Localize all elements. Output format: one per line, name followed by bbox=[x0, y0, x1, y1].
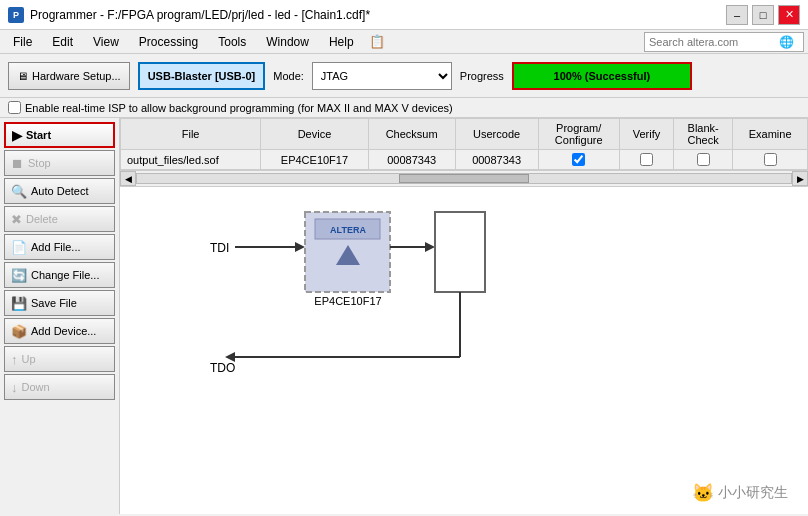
auto-detect-icon: 🔍 bbox=[11, 184, 27, 199]
isp-checkbox[interactable] bbox=[8, 101, 21, 114]
cell-examine bbox=[733, 150, 808, 170]
up-button[interactable]: ↑ Up bbox=[4, 346, 115, 372]
cell-program bbox=[538, 150, 619, 170]
right-panel: File Device Checksum Usercode Program/ C… bbox=[120, 118, 808, 514]
title-bar-left: P Programmer - F:/FPGA program/LED/prj/l… bbox=[8, 7, 370, 23]
watermark-text: 小小研究生 bbox=[718, 484, 788, 502]
col-header-blank-check: Blank- Check bbox=[674, 119, 733, 150]
auto-detect-button[interactable]: 🔍 Auto Detect bbox=[4, 178, 115, 204]
stop-icon: ⏹ bbox=[11, 156, 24, 171]
program-checkbox[interactable] bbox=[572, 153, 585, 166]
verify-checkbox[interactable] bbox=[640, 153, 653, 166]
cell-device: EP4CE10F17 bbox=[261, 150, 368, 170]
cell-blank-check bbox=[674, 150, 733, 170]
col-header-examine: Examine bbox=[733, 119, 808, 150]
progress-label: Progress bbox=[460, 70, 504, 82]
help-icon[interactable]: 📋 bbox=[365, 34, 389, 49]
add-file-icon: 📄 bbox=[11, 240, 27, 255]
start-icon: ▶ bbox=[12, 128, 22, 143]
programmer-table: File Device Checksum Usercode Program/ C… bbox=[120, 118, 808, 170]
chain-diagram: TDI ALTERA EP4CE10F17 bbox=[200, 197, 700, 397]
minimize-button[interactable]: – bbox=[726, 5, 748, 25]
chip-name-label: EP4CE10F17 bbox=[314, 295, 381, 307]
col-header-usercode: Usercode bbox=[455, 119, 538, 150]
col-header-checksum: Checksum bbox=[368, 119, 455, 150]
sidebar: ▶ Start ⏹ Stop 🔍 Auto Detect ✖ Delete 📄 … bbox=[0, 118, 120, 514]
search-box[interactable]: 🌐 bbox=[644, 32, 804, 52]
watermark-icon: 🐱 bbox=[692, 482, 714, 504]
menu-processing[interactable]: Processing bbox=[130, 32, 207, 52]
maximize-button[interactable]: □ bbox=[752, 5, 774, 25]
col-header-file: File bbox=[121, 119, 261, 150]
delete-button[interactable]: ✖ Delete bbox=[4, 206, 115, 232]
chip-output-arrowhead bbox=[425, 242, 435, 252]
add-file-button[interactable]: 📄 Add File... bbox=[4, 234, 115, 260]
menu-help[interactable]: Help bbox=[320, 32, 363, 52]
hw-icon: 🖥 bbox=[17, 70, 28, 82]
progress-text: 100% (Successful) bbox=[554, 70, 651, 82]
stop-button[interactable]: ⏹ Stop bbox=[4, 150, 115, 176]
hardware-setup-button[interactable]: 🖥 Hardware Setup... bbox=[8, 62, 130, 90]
usb-blaster-display: USB-Blaster [USB-0] bbox=[138, 62, 266, 90]
title-bar: P Programmer - F:/FPGA program/LED/prj/l… bbox=[0, 0, 808, 30]
mode-select[interactable]: JTAG Active Serial Passive Serial bbox=[312, 62, 452, 90]
down-button[interactable]: ↓ Down bbox=[4, 374, 115, 400]
main-content: ▶ Start ⏹ Stop 🔍 Auto Detect ✖ Delete 📄 … bbox=[0, 118, 808, 514]
examine-checkbox[interactable] bbox=[764, 153, 777, 166]
menu-file[interactable]: File bbox=[4, 32, 41, 52]
tdo-label: TDO bbox=[210, 361, 235, 375]
save-file-icon: 💾 bbox=[11, 296, 27, 311]
scroll-right-arrow[interactable]: ▶ bbox=[792, 171, 808, 186]
cell-checksum: 00087343 bbox=[368, 150, 455, 170]
watermark: 🐱 小小研究生 bbox=[692, 482, 788, 504]
cell-verify bbox=[619, 150, 673, 170]
isp-label: Enable real-time ISP to allow background… bbox=[25, 102, 453, 114]
menu-window[interactable]: Window bbox=[257, 32, 318, 52]
chip-logo-text: ALTERA bbox=[330, 225, 366, 235]
col-header-program: Program/ Configure bbox=[538, 119, 619, 150]
right-box bbox=[435, 212, 485, 292]
close-button[interactable]: ✕ bbox=[778, 5, 800, 25]
menu-view[interactable]: View bbox=[84, 32, 128, 52]
diagram-area: TDI ALTERA EP4CE10F17 bbox=[120, 187, 808, 514]
table-area: File Device Checksum Usercode Program/ C… bbox=[120, 118, 808, 171]
cell-usercode: 00087343 bbox=[455, 150, 538, 170]
search-input[interactable] bbox=[649, 36, 779, 48]
save-file-button[interactable]: 💾 Save File bbox=[4, 290, 115, 316]
cell-file: output_files/led.sof bbox=[121, 150, 261, 170]
blank-check-checkbox[interactable] bbox=[697, 153, 710, 166]
add-device-icon: 📦 bbox=[11, 324, 27, 339]
window-controls: – □ ✕ bbox=[726, 5, 800, 25]
delete-icon: ✖ bbox=[11, 212, 22, 227]
app-icon: P bbox=[8, 7, 24, 23]
tdi-label: TDI bbox=[210, 241, 229, 255]
scroll-track[interactable] bbox=[136, 173, 792, 184]
menu-edit[interactable]: Edit bbox=[43, 32, 82, 52]
col-header-verify: Verify bbox=[619, 119, 673, 150]
menu-tools[interactable]: Tools bbox=[209, 32, 255, 52]
up-icon: ↑ bbox=[11, 352, 18, 367]
toolbar: 🖥 Hardware Setup... USB-Blaster [USB-0] … bbox=[0, 54, 808, 98]
horizontal-scrollbar[interactable]: ◀ ▶ bbox=[120, 171, 808, 187]
table-row: output_files/led.sof EP4CE10F17 00087343… bbox=[121, 150, 808, 170]
isp-row: Enable real-time ISP to allow background… bbox=[0, 98, 808, 118]
add-device-button[interactable]: 📦 Add Device... bbox=[4, 318, 115, 344]
scroll-left-arrow[interactable]: ◀ bbox=[120, 171, 136, 186]
change-file-button[interactable]: 🔄 Change File... bbox=[4, 262, 115, 288]
window-title: Programmer - F:/FPGA program/LED/prj/led… bbox=[30, 8, 370, 22]
tdi-arrowhead bbox=[295, 242, 305, 252]
scroll-thumb[interactable] bbox=[399, 174, 530, 183]
start-button[interactable]: ▶ Start bbox=[4, 122, 115, 148]
col-header-device: Device bbox=[261, 119, 368, 150]
menu-bar: File Edit View Processing Tools Window H… bbox=[0, 30, 808, 54]
change-file-icon: 🔄 bbox=[11, 268, 27, 283]
progress-bar-container: 100% (Successful) bbox=[512, 62, 692, 90]
down-icon: ↓ bbox=[11, 380, 18, 395]
search-icon: 🌐 bbox=[779, 35, 794, 49]
mode-label: Mode: bbox=[273, 70, 304, 82]
